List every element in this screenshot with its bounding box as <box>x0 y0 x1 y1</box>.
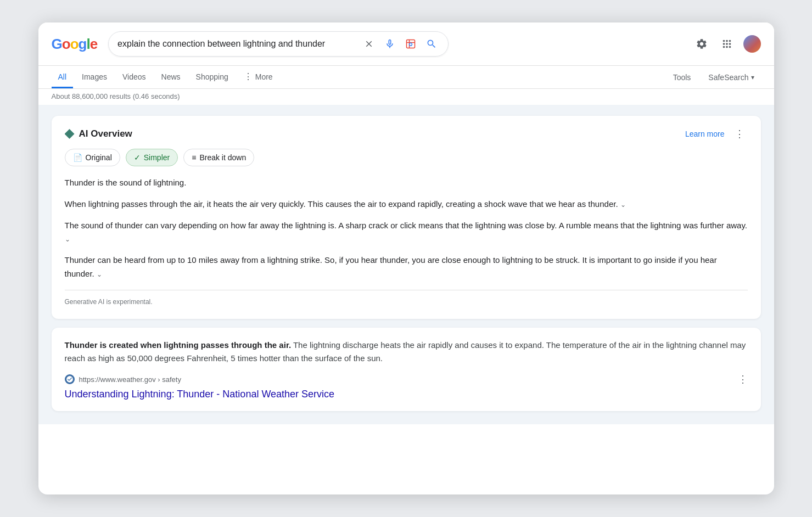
source-url: https://www.weather.gov › safety <box>79 375 181 384</box>
tab-images[interactable]: Images <box>75 67 114 88</box>
google-apps-button[interactable] <box>718 35 736 53</box>
list-icon: ≡ <box>192 153 196 162</box>
ai-paragraph-1: Thunder is the sound of lightning. <box>65 176 748 190</box>
image-search-button[interactable] <box>403 36 418 52</box>
header-right <box>693 35 761 53</box>
clear-search-button[interactable] <box>361 36 377 52</box>
ai-overview-header: AI Overview Learn more ⋮ <box>65 127 748 141</box>
search-bar-icons <box>361 36 439 52</box>
result-card: Thunder is created when lightning passes… <box>52 328 761 412</box>
complexity-breakitdown-button[interactable]: ≡ Break it down <box>183 149 254 166</box>
header: Google <box>38 23 774 66</box>
ai-header-right: Learn more ⋮ <box>685 127 748 141</box>
source-more-options-button[interactable]: ⋮ <box>738 373 748 385</box>
tab-shopping[interactable]: Shopping <box>189 67 235 88</box>
ai-more-options-button[interactable]: ⋮ <box>731 127 748 141</box>
voice-search-button[interactable] <box>382 36 397 52</box>
search-bar[interactable] <box>108 31 449 57</box>
result-source: https://www.weather.gov › safety ⋮ <box>65 373 748 385</box>
expand-chevron-icon-3[interactable]: ⌄ <box>97 269 102 280</box>
check-icon: ✓ <box>134 153 141 162</box>
ai-overview-card: AI Overview Learn more ⋮ 📄 Original ✓ Si… <box>52 116 761 319</box>
ai-content: Thunder is the sound of lightning. When … <box>65 176 748 306</box>
tabs-row: All Images Videos News Shopping ⋮ More T… <box>38 66 774 89</box>
complexity-original-button[interactable]: 📄 Original <box>65 149 120 166</box>
document-icon: 📄 <box>73 153 82 162</box>
complexity-simpler-button[interactable]: ✓ Simpler <box>126 149 178 166</box>
ai-paragraph-2: When lightning passes through the air, i… <box>65 198 748 211</box>
tab-all[interactable]: All <box>52 67 74 88</box>
tabs-right: Tools SafeSearch ▾ <box>667 68 761 87</box>
browser-window: Google <box>38 23 774 494</box>
expand-chevron-icon[interactable]: ⌄ <box>620 200 626 211</box>
complexity-buttons: 📄 Original ✓ Simpler ≡ Break it down <box>65 149 748 166</box>
result-body: Thunder is created when lightning passes… <box>65 339 748 366</box>
main-content: AI Overview Learn more ⋮ 📄 Original ✓ Si… <box>38 105 774 424</box>
chevron-down-icon: ▾ <box>751 74 754 81</box>
ai-overview-title: AI Overview <box>65 128 132 139</box>
tab-more[interactable]: ⋮ More <box>237 66 279 89</box>
search-submit-button[interactable] <box>424 36 439 52</box>
settings-button[interactable] <box>693 35 710 53</box>
ai-diamond-icon <box>65 129 75 139</box>
tab-videos[interactable]: Videos <box>116 67 153 88</box>
safe-search-button[interactable]: SafeSearch ▾ <box>702 69 760 86</box>
google-logo: Google <box>52 36 98 53</box>
tab-news[interactable]: News <box>155 67 187 88</box>
avatar[interactable] <box>743 35 761 53</box>
ai-paragraph-4: Thunder can be heard from up to 10 miles… <box>65 254 748 281</box>
search-input[interactable] <box>117 39 356 49</box>
svg-point-0 <box>410 43 412 46</box>
learn-more-link[interactable]: Learn more <box>685 130 725 138</box>
expand-chevron-icon-2[interactable]: ⌄ <box>65 234 70 245</box>
ai-paragraph-3: The sound of thunder can vary depending … <box>65 219 748 246</box>
results-count: About 88,600,000 results (0.46 seconds) <box>38 89 774 105</box>
result-link[interactable]: Understanding Lightning: Thunder - Natio… <box>65 389 335 400</box>
generative-note: Generative AI is experimental. <box>65 290 748 306</box>
source-favicon <box>65 374 75 384</box>
tools-button[interactable]: Tools <box>667 68 698 87</box>
